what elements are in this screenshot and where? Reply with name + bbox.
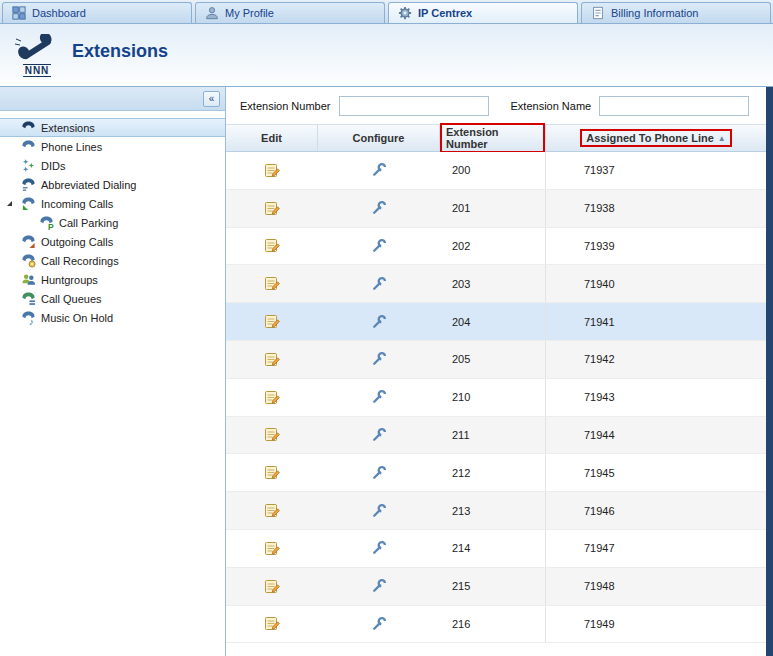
sidebar-item-music-on-hold[interactable]: ♪ Music On Hold xyxy=(0,308,225,327)
sidebar-item-extensions[interactable]: Extensions xyxy=(0,118,225,137)
table-row[interactable]: 214 71947 xyxy=(226,530,766,568)
phone-line-cell: 71941 xyxy=(546,303,766,340)
sidebar-item-phone-lines[interactable]: Phone Lines xyxy=(0,137,225,156)
tab-dashboard[interactable]: Dashboard xyxy=(2,2,192,23)
table-row[interactable]: 202 71939 xyxy=(226,228,766,266)
sidebar-item-call-parking[interactable]: P Call Parking xyxy=(0,213,225,232)
sidebar-item-label: Extensions xyxy=(41,122,95,134)
edit-icon[interactable] xyxy=(263,237,281,255)
extension-name-input[interactable] xyxy=(599,96,749,116)
filter-bar: Extension Number Extension Name xyxy=(226,87,766,125)
tab-label: Billing Information xyxy=(611,7,698,19)
sidebar-item-dids[interactable]: DIDs xyxy=(0,156,225,175)
column-header-configure: Configure xyxy=(318,125,440,151)
configure-icon[interactable] xyxy=(370,388,388,406)
logo-text: NNN xyxy=(23,64,52,77)
extension-number-input[interactable] xyxy=(339,96,489,116)
sidebar-item-abbreviated-dialing[interactable]: Abbreviated Dialing xyxy=(0,175,225,194)
edit-icon[interactable] xyxy=(263,388,281,406)
configure-icon[interactable] xyxy=(370,502,388,520)
edit-icon[interactable] xyxy=(263,275,281,293)
configure-icon[interactable] xyxy=(370,161,388,179)
tab-label: Dashboard xyxy=(32,7,86,19)
configure-icon[interactable] xyxy=(370,464,388,482)
sidebar-item-label: Phone Lines xyxy=(41,141,102,153)
table-row[interactable]: 203 71940 xyxy=(226,265,766,303)
sidebar-item-label: Music On Hold xyxy=(41,312,113,324)
edit-icon[interactable] xyxy=(263,350,281,368)
table-row[interactable]: 216 71949 xyxy=(226,606,766,644)
call-queues-icon xyxy=(20,291,36,306)
sidebar-item-label: Abbreviated Dialing xyxy=(41,179,136,191)
sidebar-item-incoming-calls[interactable]: Incoming Calls xyxy=(0,194,225,213)
configure-icon[interactable] xyxy=(370,199,388,217)
sidebar-item-label: Outgoing Calls xyxy=(41,236,113,248)
sidebar-item-label: Call Recordings xyxy=(41,255,119,267)
sidebar-item-outgoing-calls[interactable]: Outgoing Calls xyxy=(0,232,225,251)
configure-icon[interactable] xyxy=(370,426,388,444)
tree-expander-icon[interactable] xyxy=(7,201,12,206)
phone-line-cell: 71940 xyxy=(546,265,766,302)
table-row[interactable]: 211 71944 xyxy=(226,417,766,455)
tab-ip-centrex[interactable]: IP Centrex xyxy=(388,2,578,23)
grid-header: Edit Configure Extension Number Assigned… xyxy=(226,125,766,152)
extension-number-cell: 203 xyxy=(440,265,546,302)
sidebar: « Extensions Phone Lines DIDs Abbreviate… xyxy=(0,87,226,656)
phone-line-cell: 71939 xyxy=(546,228,766,265)
configure-icon[interactable] xyxy=(370,313,388,331)
page-header: NNN Extensions xyxy=(0,24,773,87)
edit-icon[interactable] xyxy=(263,426,281,444)
table-row[interactable]: 212 71945 xyxy=(226,454,766,492)
extension-number-cell: 214 xyxy=(440,530,546,567)
call-parking-icon: P xyxy=(38,215,54,230)
column-header-edit: Edit xyxy=(226,125,318,151)
edit-icon[interactable] xyxy=(263,199,281,217)
table-row[interactable]: 210 71943 xyxy=(226,379,766,417)
sidebar-collapse-button[interactable]: « xyxy=(203,91,220,107)
phone-lines-icon xyxy=(20,139,36,154)
tab-my-profile[interactable]: My Profile xyxy=(195,2,385,23)
table-row[interactable]: 215 71948 xyxy=(226,568,766,606)
edit-icon[interactable] xyxy=(263,577,281,595)
table-row[interactable]: 205 71942 xyxy=(226,341,766,379)
table-row[interactable]: 200 71937 xyxy=(226,152,766,190)
dids-icon xyxy=(20,158,36,173)
edit-icon[interactable] xyxy=(263,161,281,179)
tab-label: My Profile xyxy=(225,7,274,19)
phone-line-cell: 71946 xyxy=(546,492,766,529)
edit-icon[interactable] xyxy=(263,313,281,331)
gear-icon xyxy=(397,6,412,21)
edit-icon[interactable] xyxy=(263,502,281,520)
tab-billing-information[interactable]: Billing Information xyxy=(581,2,771,23)
edit-icon[interactable] xyxy=(263,615,281,633)
configure-icon[interactable] xyxy=(370,577,388,595)
sidebar-item-huntgroups[interactable]: Huntgroups xyxy=(0,270,225,289)
table-body: 200 71937 201 71938 202 71939 203 71940 xyxy=(226,152,766,656)
configure-icon[interactable] xyxy=(370,275,388,293)
column-header-assigned-to-phone-line[interactable]: Assigned To Phone Line ▲ xyxy=(546,125,766,151)
table-row[interactable]: 201 71938 xyxy=(226,190,766,228)
phone-line-cell: 71948 xyxy=(546,568,766,605)
music-on-hold-icon: ♪ xyxy=(20,310,36,325)
table-row[interactable]: 204 71941 xyxy=(226,303,766,341)
profile-icon xyxy=(204,6,219,21)
configure-icon[interactable] xyxy=(370,350,388,368)
huntgroups-icon xyxy=(20,272,36,287)
configure-icon[interactable] xyxy=(370,539,388,557)
extensions-icon xyxy=(20,120,36,135)
edit-icon[interactable] xyxy=(263,464,281,482)
configure-icon[interactable] xyxy=(370,615,388,633)
sidebar-toolbar: « xyxy=(0,87,225,111)
sidebar-item-label: Huntgroups xyxy=(41,274,98,286)
extension-name-filter-label: Extension Name xyxy=(511,100,592,112)
annotation-box: Extension Number xyxy=(440,123,545,153)
abbreviated-dialing-icon xyxy=(20,177,36,192)
configure-icon[interactable] xyxy=(370,237,388,255)
column-header-extension-number[interactable]: Extension Number xyxy=(440,125,546,151)
extension-number-cell: 200 xyxy=(440,152,546,189)
sidebar-item-call-recordings[interactable]: Call Recordings xyxy=(0,251,225,270)
sidebar-item-call-queues[interactable]: Call Queues xyxy=(0,289,225,308)
edit-icon[interactable] xyxy=(263,539,281,557)
table-row[interactable]: 213 71946 xyxy=(226,492,766,530)
annotation-box: Assigned To Phone Line ▲ xyxy=(580,129,731,147)
